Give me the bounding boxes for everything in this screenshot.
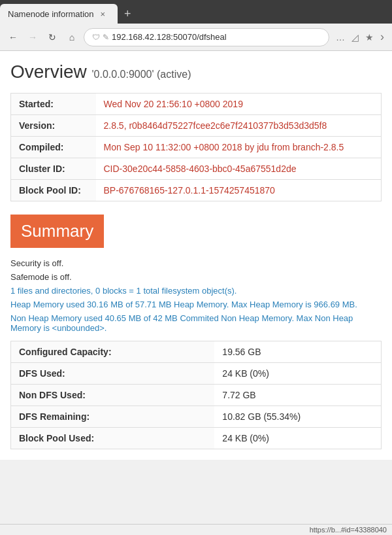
page-title: Overview '0.0.0.0:9000' (active) bbox=[10, 61, 382, 82]
stats-table: Configured Capacity:19.56 GBDFS Used:24 … bbox=[10, 341, 382, 449]
heap-text: Heap Memory used 30.16 MB of 57.71 MB He… bbox=[10, 300, 382, 309]
table-row: DFS Used:24 KB (0%) bbox=[11, 363, 382, 385]
row-label: Version: bbox=[11, 115, 96, 137]
forward-button[interactable]: → bbox=[25, 29, 41, 45]
row-value: CID-30e20c44-5858-4603-bbc0-45a67551d2de bbox=[96, 158, 382, 180]
safemode-text: Safemode is off. bbox=[10, 272, 382, 282]
table-row: Cluster ID:CID-30e20c44-5858-4603-bbc0-4… bbox=[11, 158, 382, 180]
active-tab[interactable]: Namenode information × bbox=[0, 4, 118, 24]
stat-value: 24 KB (0%) bbox=[214, 363, 381, 385]
summary-heading: Summary bbox=[10, 215, 104, 248]
extend-button[interactable]: › bbox=[378, 30, 387, 44]
table-row: Started:Wed Nov 20 21:56:10 +0800 2019 bbox=[11, 94, 382, 115]
star-icon[interactable]: ★ bbox=[363, 32, 376, 43]
shield-icon: 🛡 bbox=[92, 33, 100, 42]
row-label: Started: bbox=[11, 94, 96, 115]
address-bar: ← → ↻ ⌂ 🛡 ✎ 192.168.42.128:50070/dfsheal… bbox=[0, 24, 392, 51]
stat-label: Configured Capacity: bbox=[11, 341, 215, 363]
stat-label: DFS Used: bbox=[11, 363, 215, 385]
tab-close-button[interactable]: × bbox=[101, 9, 106, 19]
row-value: Wed Nov 20 21:56:10 +0800 2019 bbox=[96, 94, 382, 115]
table-row: Version:2.8.5, r0b8464d75227fcee2c6e7f24… bbox=[11, 115, 382, 137]
stat-label: Block Pool Used: bbox=[11, 428, 215, 449]
back-button[interactable]: ← bbox=[5, 29, 21, 45]
edit-icon: ✎ bbox=[103, 33, 109, 42]
tab-bar: Namenode information × + bbox=[0, 0, 392, 24]
security-text: Security is off. bbox=[10, 258, 382, 268]
row-label: Block Pool ID: bbox=[11, 180, 96, 201]
row-value: BP-676768165-127.0.1.1-1574257451870 bbox=[96, 180, 382, 201]
active-label: '0.0.0.0:9000' (active) bbox=[91, 69, 191, 80]
page-content: Overview '0.0.0.0:9000' (active) Started… bbox=[0, 51, 392, 460]
filesystem-text: 1 files and directories, 0 blocks = 1 to… bbox=[10, 286, 382, 296]
non-heap-text: Non Heap Memory used 40.65 MB of 42 MB C… bbox=[10, 313, 382, 333]
stat-label: Non DFS Used: bbox=[11, 385, 215, 406]
table-row: Configured Capacity:19.56 GB bbox=[11, 341, 382, 363]
address-text: 192.168.42.128:50070/dfsheal bbox=[112, 32, 227, 42]
table-row: DFS Remaining:10.82 GB (55.34%) bbox=[11, 406, 382, 428]
address-input[interactable]: 🛡 ✎ 192.168.42.128:50070/dfsheal bbox=[84, 28, 329, 46]
row-value: Mon Sep 10 11:32:00 +0800 2018 by jdu fr… bbox=[96, 137, 382, 158]
home-button[interactable]: ⌂ bbox=[64, 29, 80, 45]
stat-value: 7.72 GB bbox=[214, 385, 381, 406]
stat-value: 24 KB (0%) bbox=[214, 428, 381, 449]
table-row: Compiled:Mon Sep 10 11:32:00 +0800 2018 … bbox=[11, 137, 382, 158]
stat-value: 19.56 GB bbox=[214, 341, 381, 363]
table-row: Block Pool Used:24 KB (0%) bbox=[11, 428, 382, 449]
info-table: Started:Wed Nov 20 21:56:10 +0800 2019Ve… bbox=[10, 93, 382, 201]
more-button[interactable]: … bbox=[333, 32, 348, 43]
row-label: Compiled: bbox=[11, 137, 96, 158]
bookmark-icon[interactable]: ◿ bbox=[349, 32, 361, 43]
tab-title: Namenode information bbox=[8, 9, 94, 19]
table-row: Block Pool ID:BP-676768165-127.0.1.1-157… bbox=[11, 180, 382, 201]
stat-value: 10.82 GB (55.34%) bbox=[214, 406, 381, 428]
reload-button[interactable]: ↻ bbox=[44, 29, 60, 45]
row-label: Cluster ID: bbox=[11, 158, 96, 180]
stat-label: DFS Remaining: bbox=[11, 406, 215, 428]
table-row: Non DFS Used:7.72 GB bbox=[11, 385, 382, 406]
new-tab-button[interactable]: + bbox=[118, 5, 138, 24]
address-actions: … ◿ ★ › bbox=[333, 30, 387, 44]
row-value: 2.8.5, r0b8464d75227fcee2c6e7f2410377b3d… bbox=[96, 115, 382, 137]
